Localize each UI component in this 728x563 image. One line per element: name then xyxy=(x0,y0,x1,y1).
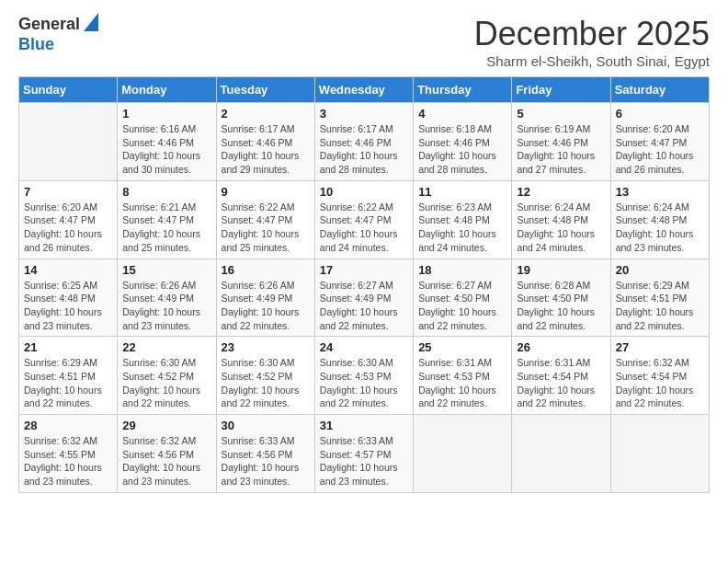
header-thursday: Thursday xyxy=(414,77,512,103)
cell-info: Sunrise: 6:26 AMSunset: 4:49 PMDaylight:… xyxy=(222,279,310,333)
calendar-cell: 24Sunrise: 6:30 AMSunset: 4:53 PMDayligh… xyxy=(314,337,413,415)
cell-info: Sunrise: 6:20 AMSunset: 4:47 PMDaylight:… xyxy=(24,201,112,255)
calendar-cell: 31Sunrise: 6:33 AMSunset: 4:57 PMDayligh… xyxy=(314,415,413,493)
day-number: 23 xyxy=(222,340,310,354)
day-number: 24 xyxy=(320,340,408,354)
calendar-cell: 16Sunrise: 6:26 AMSunset: 4:49 PMDayligh… xyxy=(216,259,314,337)
day-number: 20 xyxy=(616,263,704,277)
calendar-cell: 27Sunrise: 6:32 AMSunset: 4:54 PMDayligh… xyxy=(610,337,709,415)
calendar-cell: 23Sunrise: 6:30 AMSunset: 4:52 PMDayligh… xyxy=(216,337,314,415)
calendar-cell: 22Sunrise: 6:30 AMSunset: 4:52 PMDayligh… xyxy=(118,337,216,415)
logo-text: General xyxy=(18,15,80,35)
cell-info: Sunrise: 6:22 AMSunset: 4:47 PMDaylight:… xyxy=(320,201,408,255)
day-number: 9 xyxy=(222,185,310,199)
header-monday: Monday xyxy=(118,77,216,103)
cell-info: Sunrise: 6:17 AMSunset: 4:46 PMDaylight:… xyxy=(320,122,408,177)
calendar-cell: 15Sunrise: 6:26 AMSunset: 4:49 PMDayligh… xyxy=(118,259,216,337)
cell-info: Sunrise: 6:30 AMSunset: 4:53 PMDaylight:… xyxy=(320,356,408,410)
calendar-header-row: SundayMondayTuesdayWednesdayThursdayFrid… xyxy=(19,77,710,103)
calendar-cell: 12Sunrise: 6:24 AMSunset: 4:48 PMDayligh… xyxy=(512,180,610,259)
day-number: 10 xyxy=(320,185,408,199)
cell-info: Sunrise: 6:25 AMSunset: 4:48 PMDaylight:… xyxy=(24,279,112,333)
day-number: 1 xyxy=(122,107,210,121)
week-row-1: 1Sunrise: 6:16 AMSunset: 4:46 PMDaylight… xyxy=(19,103,710,181)
calendar-table: SundayMondayTuesdayWednesdayThursdayFrid… xyxy=(18,76,710,493)
calendar-cell: 30Sunrise: 6:33 AMSunset: 4:56 PMDayligh… xyxy=(216,415,314,493)
cell-info: Sunrise: 6:31 AMSunset: 4:54 PMDaylight:… xyxy=(517,356,605,410)
calendar-cell xyxy=(610,415,709,493)
calendar-cell: 19Sunrise: 6:28 AMSunset: 4:50 PMDayligh… xyxy=(512,259,610,337)
day-number: 30 xyxy=(222,419,310,432)
day-number: 15 xyxy=(122,263,210,277)
cell-info: Sunrise: 6:30 AMSunset: 4:52 PMDaylight:… xyxy=(122,356,210,410)
day-number: 14 xyxy=(24,263,112,277)
calendar-cell: 5Sunrise: 6:19 AMSunset: 4:46 PMDaylight… xyxy=(512,103,610,181)
day-number: 6 xyxy=(616,107,704,121)
calendar-cell: 3Sunrise: 6:17 AMSunset: 4:46 PMDaylight… xyxy=(314,103,413,181)
day-number: 21 xyxy=(24,340,112,354)
cell-info: Sunrise: 6:32 AMSunset: 4:54 PMDaylight:… xyxy=(616,356,704,410)
calendar-cell: 14Sunrise: 6:25 AMSunset: 4:48 PMDayligh… xyxy=(19,259,118,337)
day-number: 25 xyxy=(418,340,506,354)
cell-info: Sunrise: 6:24 AMSunset: 4:48 PMDaylight:… xyxy=(517,201,605,255)
day-number: 13 xyxy=(616,185,704,199)
calendar-cell: 13Sunrise: 6:24 AMSunset: 4:48 PMDayligh… xyxy=(610,180,709,259)
calendar-cell: 9Sunrise: 6:22 AMSunset: 4:47 PMDaylight… xyxy=(216,180,314,259)
cell-info: Sunrise: 6:33 AMSunset: 4:57 PMDaylight:… xyxy=(320,434,408,488)
header-friday: Friday xyxy=(512,77,610,103)
calendar-cell: 7Sunrise: 6:20 AMSunset: 4:47 PMDaylight… xyxy=(19,180,118,259)
week-row-2: 7Sunrise: 6:20 AMSunset: 4:47 PMDaylight… xyxy=(19,180,710,259)
cell-info: Sunrise: 6:28 AMSunset: 4:50 PMDaylight:… xyxy=(517,279,605,333)
calendar-cell: 18Sunrise: 6:27 AMSunset: 4:50 PMDayligh… xyxy=(414,259,512,337)
calendar-cell: 8Sunrise: 6:21 AMSunset: 4:47 PMDaylight… xyxy=(118,180,216,259)
day-number: 22 xyxy=(122,340,210,354)
day-number: 26 xyxy=(517,340,605,354)
day-number: 31 xyxy=(320,419,408,432)
location: Sharm el-Sheikh, South Sinai, Egypt xyxy=(474,53,710,69)
calendar-cell: 29Sunrise: 6:32 AMSunset: 4:56 PMDayligh… xyxy=(118,415,216,493)
day-number: 28 xyxy=(24,419,112,432)
day-number: 18 xyxy=(418,263,506,277)
cell-info: Sunrise: 6:20 AMSunset: 4:47 PMDaylight:… xyxy=(616,122,704,177)
day-number: 17 xyxy=(320,263,408,277)
cell-info: Sunrise: 6:17 AMSunset: 4:46 PMDaylight:… xyxy=(222,122,310,177)
day-number: 27 xyxy=(616,340,704,354)
cell-info: Sunrise: 6:21 AMSunset: 4:47 PMDaylight:… xyxy=(122,201,210,255)
day-number: 8 xyxy=(122,185,210,199)
calendar-cell: 6Sunrise: 6:20 AMSunset: 4:47 PMDaylight… xyxy=(610,103,709,181)
calendar-cell: 20Sunrise: 6:29 AMSunset: 4:51 PMDayligh… xyxy=(610,259,709,337)
calendar-cell xyxy=(512,415,610,493)
calendar-cell: 2Sunrise: 6:17 AMSunset: 4:46 PMDaylight… xyxy=(216,103,314,181)
cell-info: Sunrise: 6:33 AMSunset: 4:56 PMDaylight:… xyxy=(222,434,310,488)
cell-info: Sunrise: 6:29 AMSunset: 4:51 PMDaylight:… xyxy=(616,279,704,333)
day-number: 11 xyxy=(418,185,506,199)
calendar-cell: 25Sunrise: 6:31 AMSunset: 4:53 PMDayligh… xyxy=(414,337,512,415)
calendar-cell: 1Sunrise: 6:16 AMSunset: 4:46 PMDaylight… xyxy=(118,103,216,181)
header-tuesday: Tuesday xyxy=(216,77,314,103)
cell-info: Sunrise: 6:27 AMSunset: 4:49 PMDaylight:… xyxy=(320,279,408,333)
day-number: 16 xyxy=(222,263,310,277)
calendar-cell xyxy=(19,103,118,181)
calendar-cell xyxy=(414,415,512,493)
logo-blue-text: Blue xyxy=(18,35,98,55)
week-row-4: 21Sunrise: 6:29 AMSunset: 4:51 PMDayligh… xyxy=(19,337,710,415)
cell-info: Sunrise: 6:24 AMSunset: 4:48 PMDaylight:… xyxy=(616,201,704,255)
page-header: General Blue December 2025 Sharm el-Shei… xyxy=(18,15,710,69)
calendar-cell: 4Sunrise: 6:18 AMSunset: 4:46 PMDaylight… xyxy=(414,103,512,181)
day-number: 19 xyxy=(517,263,605,277)
cell-info: Sunrise: 6:19 AMSunset: 4:46 PMDaylight:… xyxy=(517,122,605,177)
calendar-cell: 17Sunrise: 6:27 AMSunset: 4:49 PMDayligh… xyxy=(314,259,413,337)
header-wednesday: Wednesday xyxy=(314,77,413,103)
day-number: 2 xyxy=(222,107,310,121)
week-row-5: 28Sunrise: 6:32 AMSunset: 4:55 PMDayligh… xyxy=(19,415,710,493)
month-title: December 2025 xyxy=(474,15,710,53)
title-block: December 2025 Sharm el-Sheikh, South Sin… xyxy=(474,15,710,69)
cell-info: Sunrise: 6:30 AMSunset: 4:52 PMDaylight:… xyxy=(222,356,310,410)
calendar-cell: 21Sunrise: 6:29 AMSunset: 4:51 PMDayligh… xyxy=(19,337,118,415)
cell-info: Sunrise: 6:29 AMSunset: 4:51 PMDaylight:… xyxy=(24,356,112,410)
day-number: 7 xyxy=(24,185,112,199)
cell-info: Sunrise: 6:31 AMSunset: 4:53 PMDaylight:… xyxy=(418,356,506,410)
cell-info: Sunrise: 6:26 AMSunset: 4:49 PMDaylight:… xyxy=(122,279,210,333)
calendar-cell: 26Sunrise: 6:31 AMSunset: 4:54 PMDayligh… xyxy=(512,337,610,415)
logo: General Blue xyxy=(18,15,98,55)
